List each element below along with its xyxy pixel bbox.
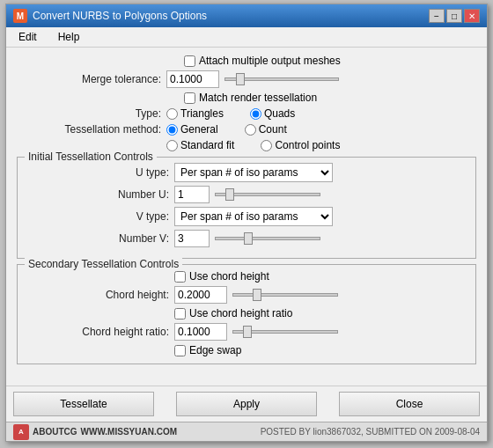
quads-option: Quads <box>250 107 295 120</box>
main-window: M Convert NURBS to Polygons Options − □ … <box>5 4 488 442</box>
type-row: Type: Triangles Quads <box>17 107 476 120</box>
chord-height-row: Chord height: 0.2000 <box>25 286 468 304</box>
footer-logo: A ABOUTCG WWW.MISSYUAN.COM <box>13 424 177 440</box>
standard-fit-option: Standard fit <box>166 139 234 151</box>
close-button[interactable]: Close <box>339 392 480 416</box>
window-title: Convert NURBS to Polygons Options <box>33 10 207 22</box>
menu-help[interactable]: Help <box>53 29 85 45</box>
footer-posted-by: POSTED BY lion3867032, SUBMITTED ON 2009… <box>261 427 480 437</box>
general-label: General <box>180 123 218 136</box>
standard-fit-label: Standard fit <box>180 139 234 151</box>
use-chord-height-row: Use chord height <box>25 270 468 283</box>
general-option: General <box>166 123 218 136</box>
logo-icon: A <box>13 424 29 440</box>
u-type-label: U type: <box>25 166 174 179</box>
footer: A ABOUTCG WWW.MISSYUAN.COM POSTED BY lio… <box>6 422 487 441</box>
chord-height-input[interactable]: 0.2000 <box>174 286 227 304</box>
merge-tolerance-row: Merge tolerance: 0.1000 <box>17 70 476 88</box>
edge-swap-row: Edge swap <box>25 344 468 356</box>
control-points-label: Control points <box>275 139 340 151</box>
attach-multiple-row: Attach multiple output meshes <box>17 55 476 67</box>
tessellation-method-label: Tessellation method: <box>17 123 166 136</box>
match-render-checkbox[interactable] <box>184 92 195 104</box>
use-chord-height-label: Use chord height <box>189 270 269 283</box>
tessellate-button[interactable]: Tessellate <box>13 392 154 416</box>
u-type-select[interactable]: Per span # of iso params Per surface # o… <box>174 163 333 182</box>
quads-radio[interactable] <box>250 108 261 120</box>
chord-height-slider[interactable] <box>232 293 338 297</box>
footer-logo-text: ABOUTCG <box>33 427 77 437</box>
count-label: Count <box>259 123 287 136</box>
button-bar: Tessellate Apply Close <box>6 386 487 422</box>
menu-bar: Edit Help <box>6 27 487 48</box>
u-type-row: U type: Per span # of iso params Per sur… <box>25 163 468 182</box>
initial-tessellation-group: Initial Tessellation Controls U type: Pe… <box>17 157 476 259</box>
v-type-select[interactable]: Per span # of iso params Per surface # o… <box>174 207 333 226</box>
use-chord-height-ratio-checkbox[interactable] <box>174 308 186 319</box>
close-window-button[interactable]: ✕ <box>464 9 480 23</box>
edge-swap-checkbox[interactable] <box>174 345 186 356</box>
general-radio[interactable] <box>166 124 178 136</box>
restore-button[interactable]: □ <box>446 9 462 23</box>
use-chord-height-checkbox[interactable] <box>174 271 186 283</box>
chord-height-ratio-input[interactable]: 0.1000 <box>174 323 227 341</box>
match-render-row: Match render tessellation <box>17 92 476 104</box>
footer-website: WWW.MISSYUAN.COM <box>81 427 177 437</box>
number-u-label: Number U: <box>25 188 174 201</box>
match-render-label: Match render tessellation <box>199 92 317 104</box>
title-bar: M Convert NURBS to Polygons Options − □ … <box>6 4 487 27</box>
v-type-row: V type: Per span # of iso params Per sur… <box>25 207 468 226</box>
triangles-radio[interactable] <box>166 108 178 120</box>
chord-height-ratio-row: Chord height ratio: 0.1000 <box>25 323 468 341</box>
apply-button[interactable]: Apply <box>176 392 317 416</box>
number-v-label: Number V: <box>25 232 174 245</box>
attach-multiple-checkbox[interactable] <box>184 55 195 67</box>
minimize-button[interactable]: − <box>429 9 445 23</box>
menu-edit[interactable]: Edit <box>13 29 42 45</box>
merge-tolerance-slider[interactable] <box>224 77 339 81</box>
attach-multiple-label: Attach multiple output meshes <box>199 55 341 67</box>
v-type-label: V type: <box>25 210 174 223</box>
edge-swap-label: Edge swap <box>189 344 241 356</box>
number-u-slider[interactable] <box>215 193 320 196</box>
number-v-row: Number V: 3 <box>25 230 468 247</box>
merge-tolerance-label: Merge tolerance: <box>17 73 166 85</box>
triangles-label: Triangles <box>180 107 224 120</box>
number-v-slider[interactable] <box>215 237 320 240</box>
number-u-row: Number U: 1 <box>25 186 468 203</box>
secondary-tessellation-title: Secondary Tessellation Controls <box>25 258 182 270</box>
initial-tessellation-title: Initial Tessellation Controls <box>25 151 157 163</box>
standard-fit-radio[interactable] <box>166 140 178 151</box>
merge-tolerance-input[interactable]: 0.1000 <box>166 70 219 88</box>
control-points-radio[interactable] <box>261 140 272 151</box>
chord-height-label: Chord height: <box>25 289 174 301</box>
quads-label: Quads <box>264 107 295 120</box>
standard-fit-row: Standard fit Control points <box>17 139 476 151</box>
use-chord-height-ratio-label: Use chord height ratio <box>189 307 292 319</box>
chord-height-ratio-slider[interactable] <box>232 330 338 334</box>
number-u-input[interactable]: 1 <box>174 186 210 203</box>
control-points-option: Control points <box>261 139 340 151</box>
content-area: Attach multiple output meshes Merge tole… <box>6 48 487 377</box>
chord-height-ratio-label: Chord height ratio: <box>25 326 174 338</box>
use-chord-height-ratio-row: Use chord height ratio <box>25 307 468 319</box>
title-bar-left: M Convert NURBS to Polygons Options <box>13 9 207 23</box>
count-option: Count <box>245 123 287 136</box>
triangles-option: Triangles <box>166 107 224 120</box>
secondary-tessellation-group: Secondary Tessellation Controls Use chor… <box>17 264 476 364</box>
type-label: Type: <box>17 107 166 120</box>
tessellation-method-row: Tessellation method: General Count <box>17 123 476 136</box>
title-buttons: − □ ✕ <box>429 9 480 23</box>
number-v-input[interactable]: 3 <box>174 230 210 247</box>
app-icon: M <box>13 9 27 23</box>
count-radio[interactable] <box>245 124 256 136</box>
